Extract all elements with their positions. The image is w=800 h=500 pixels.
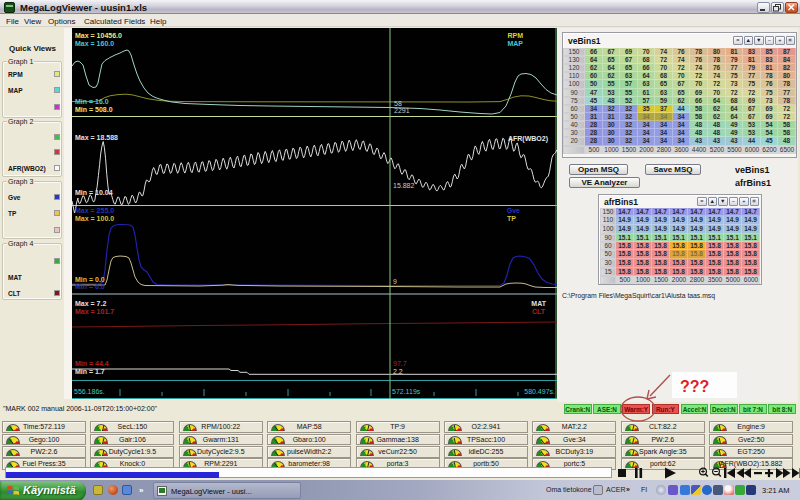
svg-text:MAT: MAT [531, 300, 546, 307]
svg-text:Max = 7.2: Max = 7.2 [75, 300, 106, 307]
svg-text:Min = 16.0: Min = 16.0 [75, 98, 109, 105]
svg-text:Max = 18.588: Max = 18.588 [75, 134, 118, 141]
svg-text:9: 9 [393, 278, 397, 285]
svg-text:???: ??? [680, 378, 709, 395]
svg-text:15.882: 15.882 [393, 182, 415, 189]
svg-text:556.186s.: 556.186s. [74, 388, 105, 395]
svg-text:Max = 10456.0: Max = 10456.0 [75, 32, 122, 39]
svg-text:MAP: MAP [507, 40, 523, 47]
svg-text:58: 58 [394, 100, 402, 107]
svg-text:Min = 44.4: Min = 44.4 [75, 360, 109, 367]
svg-text:Max = 100.0: Max = 100.0 [75, 215, 114, 222]
svg-text:TP: TP [507, 215, 516, 222]
svg-text:Min = 508.0: Min = 508.0 [75, 106, 113, 113]
svg-text:Min = 1.7: Min = 1.7 [75, 368, 105, 375]
svg-text:97.7: 97.7 [393, 360, 407, 367]
svg-text:Max = 255.0: Max = 255.0 [75, 207, 114, 214]
svg-text:RPM: RPM [507, 32, 523, 39]
svg-text:580.497s.: 580.497s. [524, 388, 555, 395]
svg-text:Max = 160.0: Max = 160.0 [75, 40, 114, 47]
svg-text:AFR(WBO2): AFR(WBO2) [508, 135, 548, 143]
svg-text:572.119s: 572.119s [392, 388, 421, 395]
svg-text:2291: 2291 [394, 107, 410, 114]
svg-text:Gve: Gve [507, 207, 520, 214]
svg-text:Min = 10.04: Min = 10.04 [75, 189, 113, 196]
svg-text:Min = 0.0: Min = 0.0 [75, 283, 105, 290]
svg-text:CLT: CLT [532, 308, 546, 315]
svg-text:2.2: 2.2 [393, 368, 403, 375]
svg-text:Max = 101.7: Max = 101.7 [75, 308, 114, 315]
svg-text:Min = 0.0: Min = 0.0 [75, 276, 105, 283]
